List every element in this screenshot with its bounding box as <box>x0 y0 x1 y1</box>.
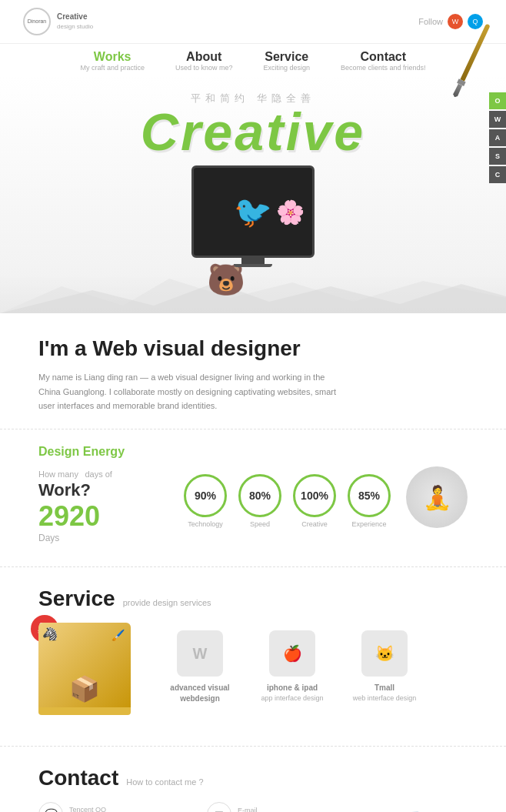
service-item-iphone: 🍎 iphone & ipad app interface design <box>254 630 331 704</box>
circle-experience: 85% Experience <box>348 474 391 528</box>
circle-technology: 90% Technology <box>184 474 227 528</box>
follow-label: Follow <box>418 17 443 26</box>
service-web-icon: W <box>177 630 223 677</box>
mountain-silhouette <box>0 275 506 313</box>
intro-body: My name is Liang ding ran — a web visual… <box>38 370 346 413</box>
de-figure-icon: 🧘 <box>406 466 468 528</box>
design-energy-section: Design Energy How many days of Work? 292… <box>0 429 506 566</box>
circle-creative: 100% Creative <box>293 474 336 528</box>
china-map-container <box>360 802 468 812</box>
box-item-zebra: 🦓 <box>42 627 58 641</box>
email-contact-icon: ✉ <box>207 802 231 812</box>
sidebar-btn-c[interactable]: C <box>489 166 506 183</box>
contact-left: 💬 Tencent QQ 54249328 ✉ E-mail Danielleu… <box>38 802 360 812</box>
sidebar-btn-a[interactable]: A <box>489 129 506 146</box>
nav-item-about[interactable]: About Used to know me? <box>175 50 233 72</box>
circle-creative-value: 100% <box>293 474 336 517</box>
service-web-title: advanced visual webdesign <box>161 683 238 704</box>
sidebar-btn-o[interactable]: O <box>489 92 506 109</box>
contact-qq: 💬 Tencent QQ 54249328 <box>38 802 191 812</box>
logo-text: Creative design studio <box>57 12 93 31</box>
service-tmall-icon: 🐱 <box>361 630 408 677</box>
nav-item-works[interactable]: Works My craft and practice <box>80 50 145 72</box>
monitor-stand-base <box>234 264 272 267</box>
main-nav: Works My craft and practice About Used t… <box>0 44 506 76</box>
circle-speed: 80% Speed <box>238 474 281 528</box>
service-box: Oh! Shit! 📦 🦓 🖌️ <box>38 623 146 723</box>
nav-item-contact[interactable]: Contact Become clients and friends! <box>341 50 426 72</box>
character-3d-icon: 🐻 <box>207 262 245 298</box>
circle-experience-value: 85% <box>348 474 391 517</box>
service-iphone-title: iphone & ipad <box>254 683 331 693</box>
circle-technology-value: 90% <box>184 474 227 517</box>
contact-qq-info: Tencent QQ 54249328 <box>69 806 107 812</box>
service-row: Oh! Shit! 📦 🦓 🖌️ W advanced visual webde… <box>38 623 468 723</box>
circle-creative-label: Creative <box>293 520 336 528</box>
contact-row: 💬 Tencent QQ 54249328 ✉ E-mail Danielleu… <box>38 802 468 812</box>
nav-item-service[interactable]: Service Exciting design <box>263 50 310 72</box>
intro-section: I'm a Web visual designer My name is Lia… <box>0 313 506 429</box>
monitor-container: 🐦 🌸 <box>0 165 506 267</box>
contact-section: Contact How to contact me ? 💬 Tencent QQ… <box>0 746 506 812</box>
de-left: How many days of Work? 2920 Days <box>38 466 168 543</box>
service-section: Service provide design services Oh! Shit… <box>0 566 506 746</box>
de-days-count: 2920 <box>38 500 168 533</box>
intro-heading: I'm a Web visual designer <box>38 336 468 361</box>
service-iphone-sub: app interface design <box>254 693 331 703</box>
box-content-icon: 📦 <box>69 674 100 703</box>
weibo-icon[interactable]: W <box>448 14 463 29</box>
logo-icon: Dinoran <box>23 8 51 35</box>
china-map-svg <box>364 806 464 812</box>
de-work-label: Work? <box>38 480 168 500</box>
de-days-label: Days <box>38 533 168 543</box>
circle-speed-value: 80% <box>238 474 281 517</box>
contact-title: Contact <box>38 766 118 790</box>
box-visual: 📦 🦓 🖌️ <box>38 623 131 707</box>
contact-email: ✉ E-mail Danielleung@sina.com <box>207 802 360 812</box>
monitor-display: 🐦 🌸 <box>191 165 315 258</box>
follow-area: Follow W Q <box>418 14 483 29</box>
service-item-web: W advanced visual webdesign <box>161 630 238 704</box>
header: Dinoran Creative design studio Follow W … <box>0 0 506 44</box>
design-energy-row: How many days of Work? 2920 Days 90% Tec… <box>38 466 468 543</box>
hero-section: 平和简约 华隐全善 Creative 🐦 🌸 🐻 <box>0 76 506 313</box>
sidebar-btn-w[interactable]: W <box>489 111 506 128</box>
service-subtitle: provide design services <box>123 598 211 607</box>
service-title: Service <box>38 586 115 611</box>
de-how-many: How many days of <box>38 466 168 480</box>
sidebar-btn-s[interactable]: S <box>489 148 506 165</box>
hero-title: Creative <box>0 105 506 158</box>
service-tmall-sub: web interface design <box>346 693 423 703</box>
monitor-wrapper: 🐦 🌸 <box>191 165 315 267</box>
contact-grid: 💬 Tencent QQ 54249328 ✉ E-mail Danielleu… <box>38 802 360 812</box>
right-sidebar: O W A S C <box>489 92 506 183</box>
logo-area: Dinoran Creative design studio <box>23 8 93 35</box>
qq-contact-icon: 💬 <box>38 802 63 812</box>
circle-speed-label: Speed <box>238 520 281 528</box>
service-item-tmall: 🐱 Tmall web interface design <box>346 630 423 704</box>
flower-icon: 🌸 <box>276 199 305 226</box>
contact-email-info: E-mail Danielleung@sina.com <box>238 807 322 812</box>
de-circles: 90% Technology 80% Speed 100% Creative 8… <box>184 474 391 528</box>
monitor-stand-top <box>241 258 265 264</box>
contact-subtitle: How to contact me ? <box>126 777 203 787</box>
circle-technology-label: Technology <box>184 520 227 528</box>
hummingbird-icon: 🐦 <box>234 194 272 230</box>
box-bottom <box>38 707 131 715</box>
service-tmall-title: Tmall <box>346 683 423 693</box>
qq-icon[interactable]: Q <box>468 14 483 29</box>
design-energy-title: Design Energy <box>38 445 468 459</box>
circle-experience-label: Experience <box>348 520 391 528</box>
service-header: Service provide design services <box>38 586 468 611</box>
contact-header: Contact How to contact me ? <box>38 766 468 790</box>
service-items: W advanced visual webdesign 🍎 iphone & i… <box>161 630 468 704</box>
service-iphone-icon: 🍎 <box>269 630 315 677</box>
box-item-paint: 🖌️ <box>112 629 125 641</box>
